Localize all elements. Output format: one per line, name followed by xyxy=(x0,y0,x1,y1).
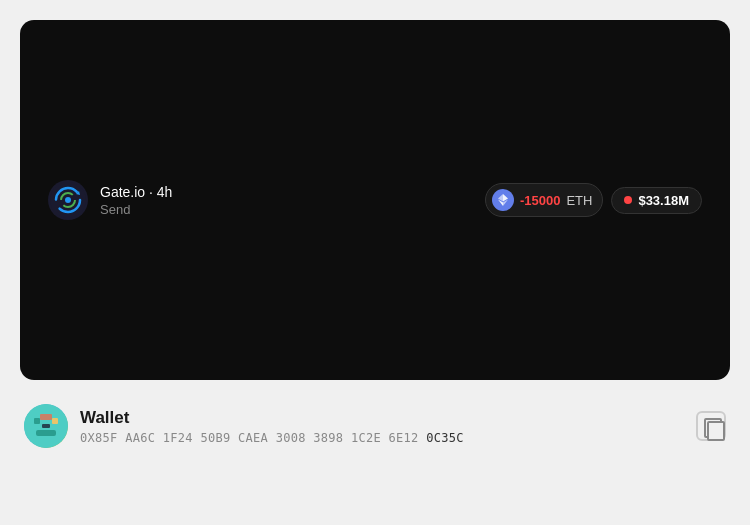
eth-symbol: ETH xyxy=(566,193,592,208)
transaction-info: Gate.io · 4h Send xyxy=(100,184,172,217)
transaction-row: Gate.io · 4h Send -15000 ETH xyxy=(48,180,702,220)
usd-amount-badge: $33.18M xyxy=(611,187,702,214)
svg-rect-8 xyxy=(36,430,56,436)
wallet-section: Wallet 0X85F AA6C 1F24 50B9 CAEA 3008 38… xyxy=(20,396,730,456)
eth-amount-badge: -15000 ETH xyxy=(485,183,603,217)
wallet-left: Wallet 0X85F AA6C 1F24 50B9 CAEA 3008 38… xyxy=(24,404,464,448)
transaction-right: -15000 ETH $33.18M xyxy=(485,183,702,217)
svg-point-3 xyxy=(65,197,71,203)
ethereum-icon xyxy=(492,189,514,211)
wallet-text: Wallet 0X85F AA6C 1F24 50B9 CAEA 3008 38… xyxy=(80,408,464,445)
red-dot-icon xyxy=(624,196,632,204)
copy-button[interactable] xyxy=(696,411,726,441)
svg-rect-6 xyxy=(52,418,58,424)
transaction-title: Gate.io · 4h xyxy=(100,184,172,200)
svg-rect-7 xyxy=(42,424,50,428)
wallet-address-highlight: 0C35C xyxy=(426,431,464,445)
svg-rect-5 xyxy=(34,418,40,424)
eth-negative-amount: -15000 xyxy=(520,193,560,208)
transaction-action: Send xyxy=(100,202,172,217)
svg-rect-9 xyxy=(40,414,52,420)
wallet-address: 0X85F AA6C 1F24 50B9 CAEA 3008 3898 1C2E… xyxy=(80,431,464,445)
transaction-left: Gate.io · 4h Send xyxy=(48,180,172,220)
usd-amount-text: $33.18M xyxy=(638,193,689,208)
transaction-card: Gate.io · 4h Send -15000 ETH xyxy=(20,20,730,380)
gate-io-icon xyxy=(48,180,88,220)
wallet-name: Wallet xyxy=(80,408,464,428)
wallet-avatar xyxy=(24,404,68,448)
